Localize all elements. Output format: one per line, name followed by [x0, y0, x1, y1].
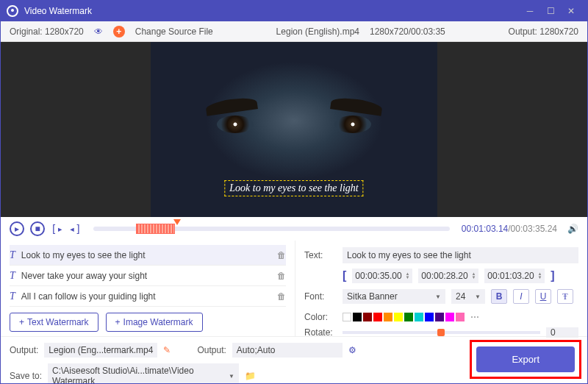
info-bar: Original: 1280x720 👁 + Change Source Fil… — [1, 21, 587, 42]
color-swatch[interactable] — [425, 313, 434, 321]
stop-button[interactable]: ■ — [30, 221, 45, 236]
export-highlight: Export — [470, 340, 581, 379]
settings-gear-icon[interactable]: ⚙ — [348, 345, 356, 355]
color-swatch[interactable] — [435, 313, 444, 321]
preview-eye-icon[interactable]: 👁 — [94, 26, 103, 37]
text-icon: T — [10, 249, 15, 261]
change-source-button[interactable]: Change Source File — [135, 26, 213, 37]
output-filename: Legion (Eng...termark.mp4 — [44, 343, 157, 358]
bracket-close-icon[interactable]: ] — [551, 269, 554, 282]
export-button[interactable]: Export — [476, 346, 575, 372]
output-dims: Output: 1280x720 — [509, 26, 578, 37]
playback-controls: ▸ ■ [▸ ◂] 00:01:03.14/00:03:35.24 🔊 — [1, 217, 587, 241]
underline-button[interactable]: U — [535, 289, 551, 304]
delete-icon[interactable]: 🗑 — [277, 250, 286, 260]
original-dims: Original: 1280x720 — [10, 26, 84, 37]
output-format-value: Auto;Auto — [232, 343, 343, 358]
output-bar: Output: Legion (Eng...termark.mp4 ✎ Outp… — [1, 336, 587, 382]
close-button[interactable]: ✕ — [561, 1, 581, 21]
delete-icon[interactable]: 🗑 — [277, 291, 286, 302]
add-source-icon[interactable]: + — [113, 26, 125, 38]
duration-input[interactable]: 00:00:28.20▲▼ — [418, 269, 478, 283]
bracket-open-icon[interactable]: [ — [343, 269, 346, 282]
rotate-slider[interactable] — [343, 331, 540, 334]
minimize-button[interactable]: ─ — [520, 1, 540, 21]
video-frame: Look to my eyes to see the light — [151, 42, 437, 217]
color-swatch[interactable] — [363, 313, 372, 321]
color-swatch[interactable] — [404, 313, 413, 321]
text-icon: T — [10, 291, 15, 302]
source-dims-duration: 1280x720/00:03:35 — [370, 26, 445, 37]
watermark-text: Never take your away your sight — [21, 271, 271, 281]
italic-button[interactable]: I — [513, 289, 529, 304]
end-time-input[interactable]: 00:01:03.20▲▼ — [484, 269, 545, 283]
maximize-button[interactable]: ☐ — [540, 1, 561, 21]
video-preview[interactable]: Look to my eyes to see the light — [1, 42, 587, 217]
output-format-label: Output: — [197, 345, 226, 355]
mark-out-button[interactable]: ◂] — [69, 223, 82, 235]
output-file-label: Output: — [10, 345, 38, 355]
saveto-label: Save to: — [10, 371, 42, 381]
time-display: 00:01:03.14/00:03:35.24 — [462, 224, 557, 234]
titlebar: Video Watermark ─ ☐ ✕ — [1, 1, 587, 21]
color-label: Color: — [304, 312, 337, 322]
timeline-playhead-icon[interactable] — [173, 219, 181, 225]
watermark-text: Look to my eyes to see the light — [21, 250, 271, 260]
properties-panel: Text: [ 00:00:35.00▲▼ 00:00:28.20▲▼ 00:0… — [295, 241, 587, 336]
edit-filename-icon[interactable]: ✎ — [163, 345, 171, 355]
source-filename: Legion (English).mp4 — [276, 26, 359, 37]
bold-button[interactable]: B — [491, 289, 507, 304]
open-folder-icon[interactable]: 📁 — [245, 371, 256, 381]
watermark-text: All I can follow is your guiding light — [21, 291, 271, 302]
app-title: Video Watermark — [24, 6, 520, 16]
start-time-input[interactable]: 00:00:35.00▲▼ — [352, 269, 412, 283]
color-swatch[interactable] — [445, 313, 454, 321]
volume-icon[interactable]: 🔊 — [567, 224, 578, 234]
add-text-watermark-button[interactable]: +Text Watermark — [10, 313, 98, 332]
add-image-watermark-button[interactable]: +Image Watermark — [106, 313, 203, 332]
font-size-select[interactable]: 24▼ — [451, 289, 485, 304]
watermark-item[interactable]: T All I can follow is your guiding light… — [10, 286, 286, 307]
color-swatch[interactable] — [373, 313, 382, 321]
color-swatch[interactable] — [415, 313, 423, 321]
color-swatches — [343, 313, 465, 321]
watermark-item[interactable]: T Look to my eyes to see the light 🗑 — [10, 245, 286, 266]
timeline-scrubber[interactable] — [93, 227, 450, 231]
watermark-overlay[interactable]: Look to my eyes to see the light — [224, 180, 363, 196]
delete-icon[interactable]: 🗑 — [277, 271, 286, 281]
text-label: Text: — [304, 250, 337, 260]
color-swatch[interactable] — [353, 313, 362, 321]
text-input[interactable] — [343, 247, 578, 263]
app-logo-icon — [7, 5, 18, 17]
watermark-list-panel: T Look to my eyes to see the light 🗑 T N… — [1, 241, 295, 336]
more-colors-icon[interactable]: ⋯ — [470, 312, 479, 322]
saveto-select[interactable]: C:\Aiseesoft Studio\Ai...timate\Video Wa… — [48, 363, 239, 384]
timeline-segment[interactable] — [136, 224, 175, 234]
font-label: Font: — [304, 291, 337, 302]
strikethrough-button[interactable]: Ŧ — [557, 289, 573, 304]
play-button[interactable]: ▸ — [10, 221, 24, 236]
color-swatch[interactable] — [394, 313, 403, 321]
color-swatch[interactable] — [384, 313, 392, 321]
color-swatch[interactable] — [343, 313, 351, 321]
color-swatch[interactable] — [456, 313, 465, 321]
mark-in-button[interactable]: [▸ — [51, 223, 63, 235]
watermark-item[interactable]: T Never take your away your sight 🗑 — [10, 266, 286, 286]
text-icon: T — [10, 270, 15, 282]
font-select[interactable]: Sitka Banner▼ — [343, 289, 445, 304]
